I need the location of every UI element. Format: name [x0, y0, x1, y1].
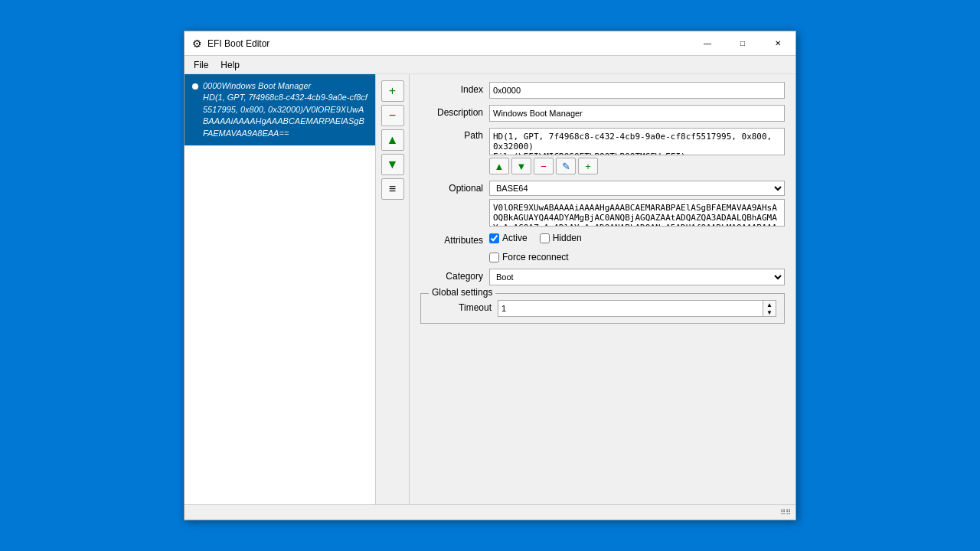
timeout-row: Timeout ▲ ▼ — [429, 300, 776, 317]
app-icon: ⚙ — [191, 37, 203, 50]
category-label: Category — [420, 269, 489, 282]
right-panel: Index Description Path HD(1, GPT, 7f4968… — [410, 74, 795, 504]
attributes-container: Active Hidden — [489, 233, 582, 243]
boot-item-detail: HD(1, GPT, 7f4968c8-c432-4cb9-9a0e-cf8cf… — [203, 93, 368, 137]
optional-row: Optional BASE64 HEX UTF-8 V0lORE9XUwABAA… — [420, 181, 785, 227]
active-label: Active — [502, 233, 528, 243]
description-input[interactable] — [489, 105, 785, 122]
attributes-row: Attributes Active Hidden — [420, 233, 785, 246]
menu-file[interactable]: File — [188, 58, 214, 72]
path-label: Path — [420, 128, 489, 141]
force-reconnect-row: Force reconnect — [420, 252, 785, 262]
path-edit-button[interactable]: ✎ — [556, 158, 576, 174]
optional-textarea[interactable]: V0lORE9XUwABAAAAiAAAAHgAAABCAEMARABPAElA… — [489, 199, 785, 227]
boot-item-text: 0000Windows Boot Manager HD(1, GPT, 7f49… — [203, 80, 368, 139]
main-window: ⚙ EFI Boot Editor — □ ✕ File Help 0000Wi… — [184, 31, 796, 520]
optional-dropdown[interactable]: BASE64 HEX UTF-8 — [489, 181, 785, 196]
boot-item-name: Windows Boot Manager — [221, 81, 311, 90]
spinner-buttons: ▲ ▼ — [763, 300, 776, 317]
force-reconnect-spacer — [420, 252, 489, 254]
move-down-button[interactable]: ▼ — [381, 154, 404, 175]
path-row: Path HD(1, GPT, 7f4968c8-c432-4cb9-9a0e-… — [420, 128, 785, 174]
maximize-button[interactable]: □ — [725, 31, 760, 56]
status-text: ⠿⠿ — [780, 508, 791, 517]
path-up-button[interactable]: ▲ — [489, 158, 509, 174]
index-row: Index — [420, 82, 785, 99]
title-bar-left: ⚙ EFI Boot Editor — [191, 37, 270, 50]
menu-help[interactable]: Help — [214, 58, 246, 72]
boot-item[interactable]: 0000Windows Boot Manager HD(1, GPT, 7f49… — [185, 74, 375, 146]
menu-button[interactable]: ≡ — [381, 178, 404, 200]
content-area: 0000Windows Boot Manager HD(1, GPT, 7f49… — [185, 74, 795, 504]
remove-button[interactable]: − — [381, 105, 404, 126]
hidden-checkbox-label[interactable]: Hidden — [540, 233, 582, 243]
path-remove-button[interactable]: − — [534, 158, 554, 174]
path-toolbar: ▲ ▼ − ✎ + — [489, 158, 785, 174]
global-settings-legend: Global settings — [429, 287, 495, 298]
path-down-button[interactable]: ▼ — [511, 158, 531, 174]
path-container: HD(1, GPT, 7f4968c8-c432-4cb9-9a0e-cf8cf… — [489, 128, 785, 174]
force-reconnect-text: Force reconnect — [502, 252, 569, 262]
spinner-down-button[interactable]: ▼ — [763, 308, 776, 316]
title-bar: ⚙ EFI Boot Editor — □ ✕ — [185, 31, 795, 56]
add-button[interactable]: + — [381, 80, 404, 102]
hidden-label: Hidden — [553, 233, 582, 243]
attributes-label: Attributes — [420, 233, 489, 246]
path-add-button[interactable]: + — [578, 158, 598, 174]
active-checkbox[interactable] — [489, 233, 499, 243]
timeout-spinner: ▲ ▼ — [498, 300, 776, 317]
timeout-input[interactable] — [498, 300, 763, 317]
title-bar-controls: — □ ✕ — [690, 31, 795, 56]
spinner-up-button[interactable]: ▲ — [763, 301, 776, 308]
left-panel: 0000Windows Boot Manager HD(1, GPT, 7f49… — [185, 74, 376, 504]
category-dropdown[interactable]: Boot Application Driver — [489, 269, 785, 285]
window-title: EFI Boot Editor — [207, 38, 270, 49]
minimize-button[interactable]: — — [690, 31, 725, 56]
description-label: Description — [420, 105, 489, 118]
description-row: Description — [420, 105, 785, 122]
optional-label: Optional — [420, 181, 489, 194]
boot-list: 0000Windows Boot Manager HD(1, GPT, 7f49… — [185, 74, 375, 504]
index-label: Index — [420, 82, 489, 95]
menu-bar: File Help — [185, 56, 795, 74]
category-row: Category Boot Application Driver — [420, 269, 785, 285]
status-bar: ⠿⠿ — [185, 504, 795, 520]
index-input[interactable] — [489, 82, 785, 99]
close-button[interactable]: ✕ — [760, 31, 795, 56]
optional-container: BASE64 HEX UTF-8 V0lORE9XUwABAAAAiAAAAHg… — [489, 181, 785, 227]
move-up-button[interactable]: ▲ — [381, 129, 404, 151]
boot-item-indicator — [192, 83, 198, 90]
force-reconnect-label[interactable]: Force reconnect — [489, 252, 569, 262]
timeout-label: Timeout — [429, 300, 498, 313]
side-button-panel: + − ▲ ▼ ≡ — [376, 74, 410, 504]
hidden-checkbox[interactable] — [540, 233, 550, 243]
force-reconnect-checkbox[interactable] — [489, 253, 499, 262]
path-textarea[interactable]: HD(1, GPT, 7f4968c8-c432-4cb9-9a0e-cf8cf… — [489, 128, 785, 155]
active-checkbox-label[interactable]: Active — [489, 233, 528, 243]
global-settings-group: Global settings Timeout ▲ ▼ — [420, 293, 785, 324]
boot-item-index: 0000 — [203, 81, 221, 90]
